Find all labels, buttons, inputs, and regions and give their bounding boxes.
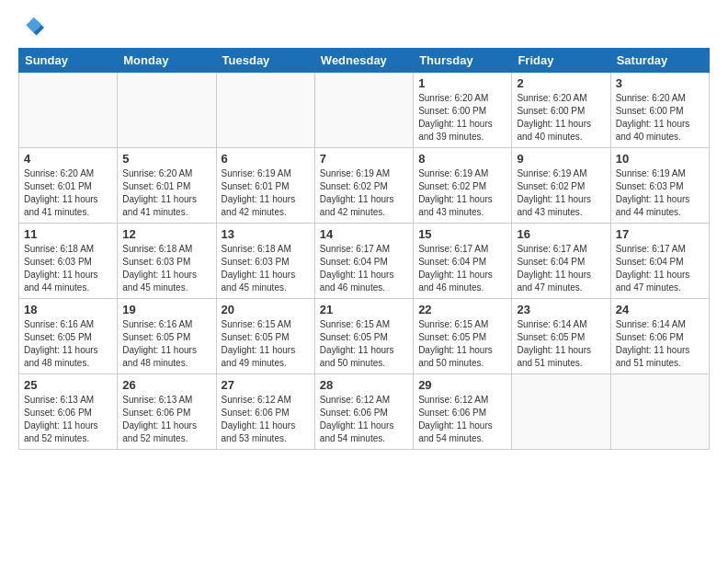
calendar-cell: [610, 374, 709, 450]
day-number: 11: [24, 227, 112, 241]
day-detail: Sunrise: 6:15 AM Sunset: 6:05 PM Dayligh…: [320, 318, 408, 370]
day-number: 23: [517, 303, 605, 316]
day-detail: Sunrise: 6:20 AM Sunset: 6:00 PM Dayligh…: [616, 92, 704, 144]
calendar-cell: 20Sunrise: 6:15 AM Sunset: 6:05 PM Dayli…: [216, 299, 314, 374]
calendar-cell: [216, 73, 314, 148]
calendar-cell: 1Sunrise: 6:20 AM Sunset: 6:00 PM Daylig…: [414, 73, 512, 148]
calendar-cell: 10Sunrise: 6:19 AM Sunset: 6:03 PM Dayli…: [610, 148, 709, 224]
calendar-table: SundayMondayTuesdayWednesdayThursdayFrid…: [18, 48, 710, 450]
day-detail: Sunrise: 6:12 AM Sunset: 6:06 PM Dayligh…: [320, 394, 408, 445]
day-number: 24: [616, 303, 704, 316]
logo-icon: [18, 15, 44, 40]
calendar-header-row: SundayMondayTuesdayWednesdayThursdayFrid…: [19, 49, 710, 73]
day-detail: Sunrise: 6:20 AM Sunset: 6:01 PM Dayligh…: [122, 167, 210, 219]
day-number: 14: [320, 227, 408, 241]
day-detail: Sunrise: 6:17 AM Sunset: 6:04 PM Dayligh…: [616, 243, 704, 294]
day-detail: Sunrise: 6:18 AM Sunset: 6:03 PM Dayligh…: [24, 243, 112, 294]
calendar-cell: 15Sunrise: 6:17 AM Sunset: 6:04 PM Dayli…: [414, 224, 512, 299]
calendar-cell: 21Sunrise: 6:15 AM Sunset: 6:05 PM Dayli…: [314, 299, 413, 374]
calendar-header-tuesday: Tuesday: [216, 49, 314, 73]
day-number: 22: [418, 303, 506, 316]
calendar-cell: 11Sunrise: 6:18 AM Sunset: 6:03 PM Dayli…: [19, 224, 118, 299]
calendar-cell: 6Sunrise: 6:19 AM Sunset: 6:01 PM Daylig…: [216, 148, 314, 224]
day-detail: Sunrise: 6:16 AM Sunset: 6:05 PM Dayligh…: [24, 318, 112, 370]
day-detail: Sunrise: 6:15 AM Sunset: 6:05 PM Dayligh…: [222, 318, 310, 370]
day-number: 15: [418, 227, 506, 241]
calendar-cell: 24Sunrise: 6:14 AM Sunset: 6:06 PM Dayli…: [610, 299, 709, 374]
calendar-cell: 4Sunrise: 6:20 AM Sunset: 6:01 PM Daylig…: [19, 148, 118, 224]
day-detail: Sunrise: 6:16 AM Sunset: 6:05 PM Dayligh…: [122, 318, 210, 370]
day-number: 17: [616, 227, 704, 241]
calendar-cell: 26Sunrise: 6:13 AM Sunset: 6:06 PM Dayli…: [118, 374, 216, 450]
day-number: 28: [320, 378, 408, 392]
day-number: 20: [222, 303, 310, 316]
calendar-cell: 22Sunrise: 6:15 AM Sunset: 6:05 PM Dayli…: [414, 299, 512, 374]
calendar-cell: 3Sunrise: 6:20 AM Sunset: 6:00 PM Daylig…: [610, 73, 709, 148]
day-detail: Sunrise: 6:19 AM Sunset: 6:01 PM Dayligh…: [222, 167, 310, 219]
calendar-cell: 16Sunrise: 6:17 AM Sunset: 6:04 PM Dayli…: [512, 224, 610, 299]
day-detail: Sunrise: 6:20 AM Sunset: 6:00 PM Dayligh…: [517, 92, 605, 144]
day-detail: Sunrise: 6:13 AM Sunset: 6:06 PM Dayligh…: [24, 394, 112, 445]
day-number: 19: [122, 303, 210, 316]
day-number: 12: [122, 227, 210, 241]
calendar-cell: [314, 73, 413, 148]
day-number: 8: [418, 152, 506, 166]
calendar-week-row: 4Sunrise: 6:20 AM Sunset: 6:01 PM Daylig…: [19, 148, 710, 224]
calendar-cell: 17Sunrise: 6:17 AM Sunset: 6:04 PM Dayli…: [610, 224, 709, 299]
calendar-cell: 5Sunrise: 6:20 AM Sunset: 6:01 PM Daylig…: [118, 148, 216, 224]
day-number: 21: [320, 303, 408, 316]
calendar-cell: 27Sunrise: 6:12 AM Sunset: 6:06 PM Dayli…: [216, 374, 314, 450]
calendar-cell: 2Sunrise: 6:20 AM Sunset: 6:00 PM Daylig…: [512, 73, 610, 148]
day-number: 7: [320, 152, 408, 166]
day-detail: Sunrise: 6:20 AM Sunset: 6:00 PM Dayligh…: [418, 92, 506, 144]
day-detail: Sunrise: 6:19 AM Sunset: 6:02 PM Dayligh…: [320, 167, 408, 219]
day-number: 26: [122, 378, 210, 392]
calendar-cell: 23Sunrise: 6:14 AM Sunset: 6:05 PM Dayli…: [512, 299, 610, 374]
day-number: 1: [418, 76, 506, 90]
day-detail: Sunrise: 6:19 AM Sunset: 6:03 PM Dayligh…: [616, 167, 704, 219]
day-detail: Sunrise: 6:14 AM Sunset: 6:05 PM Dayligh…: [517, 318, 605, 370]
day-number: 27: [222, 378, 310, 392]
calendar-header-saturday: Saturday: [610, 49, 709, 73]
calendar-cell: 9Sunrise: 6:19 AM Sunset: 6:02 PM Daylig…: [512, 148, 610, 224]
day-detail: Sunrise: 6:18 AM Sunset: 6:03 PM Dayligh…: [222, 243, 310, 294]
day-detail: Sunrise: 6:12 AM Sunset: 6:06 PM Dayligh…: [418, 394, 506, 445]
day-number: 6: [222, 152, 310, 166]
day-number: 16: [517, 227, 605, 241]
calendar-cell: [118, 73, 216, 148]
header: [18, 15, 710, 40]
day-number: 2: [517, 76, 605, 90]
calendar-week-row: 1Sunrise: 6:20 AM Sunset: 6:00 PM Daylig…: [19, 73, 710, 148]
calendar-cell: 14Sunrise: 6:17 AM Sunset: 6:04 PM Dayli…: [314, 224, 413, 299]
calendar-cell: 19Sunrise: 6:16 AM Sunset: 6:05 PM Dayli…: [118, 299, 216, 374]
calendar-cell: 29Sunrise: 6:12 AM Sunset: 6:06 PM Dayli…: [414, 374, 512, 450]
day-detail: Sunrise: 6:14 AM Sunset: 6:06 PM Dayligh…: [616, 318, 704, 370]
calendar-header-wednesday: Wednesday: [314, 49, 413, 73]
calendar-cell: 13Sunrise: 6:18 AM Sunset: 6:03 PM Dayli…: [216, 224, 314, 299]
calendar-cell: 12Sunrise: 6:18 AM Sunset: 6:03 PM Dayli…: [118, 224, 216, 299]
day-number: 29: [418, 378, 506, 392]
day-number: 13: [222, 227, 310, 241]
day-number: 3: [616, 76, 704, 90]
calendar-header-monday: Monday: [118, 49, 216, 73]
calendar-header-sunday: Sunday: [19, 49, 118, 73]
day-number: 5: [122, 152, 210, 166]
calendar-cell: 18Sunrise: 6:16 AM Sunset: 6:05 PM Dayli…: [19, 299, 118, 374]
calendar-header-thursday: Thursday: [414, 49, 512, 73]
day-detail: Sunrise: 6:17 AM Sunset: 6:04 PM Dayligh…: [320, 243, 408, 294]
day-number: 25: [24, 378, 112, 392]
calendar-week-row: 25Sunrise: 6:13 AM Sunset: 6:06 PM Dayli…: [19, 374, 710, 450]
day-number: 4: [24, 152, 112, 166]
calendar-cell: [512, 374, 610, 450]
day-detail: Sunrise: 6:18 AM Sunset: 6:03 PM Dayligh…: [122, 243, 210, 294]
calendar-cell: 28Sunrise: 6:12 AM Sunset: 6:06 PM Dayli…: [314, 374, 413, 450]
day-number: 10: [616, 152, 704, 166]
calendar-header-friday: Friday: [512, 49, 610, 73]
day-detail: Sunrise: 6:19 AM Sunset: 6:02 PM Dayligh…: [517, 167, 605, 219]
day-detail: Sunrise: 6:20 AM Sunset: 6:01 PM Dayligh…: [24, 167, 112, 219]
calendar-cell: 25Sunrise: 6:13 AM Sunset: 6:06 PM Dayli…: [19, 374, 118, 450]
day-number: 18: [24, 303, 112, 316]
calendar-cell: [19, 73, 118, 148]
day-number: 9: [517, 152, 605, 166]
day-detail: Sunrise: 6:17 AM Sunset: 6:04 PM Dayligh…: [418, 243, 506, 294]
